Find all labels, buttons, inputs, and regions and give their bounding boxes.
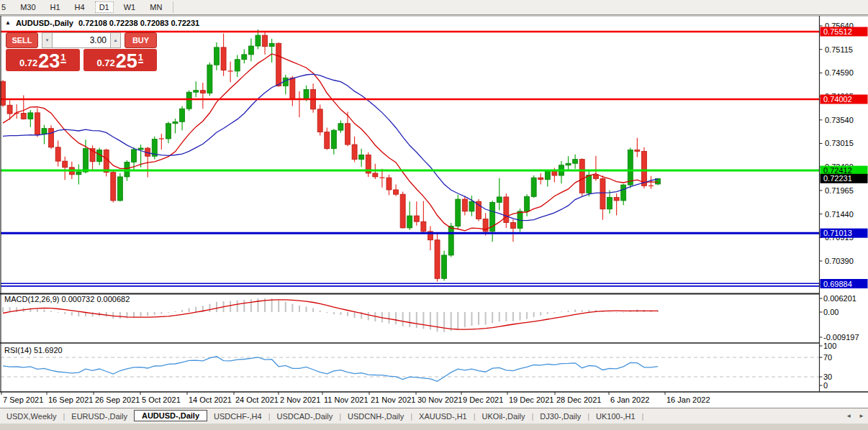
svg-text:0.73540: 0.73540 xyxy=(825,116,854,124)
svg-text:0.72412: 0.72412 xyxy=(823,166,852,175)
svg-text:0: 0 xyxy=(823,381,828,390)
sell-price-big: 23 xyxy=(38,52,60,70)
buy-price-pip: 1 xyxy=(138,53,143,63)
toolbar-separator xyxy=(173,1,173,13)
chart-title: AUDUSD-,Daily xyxy=(16,19,73,27)
timeframe-button-d1[interactable]: D1 xyxy=(95,1,114,13)
buy-price-button[interactable]: 0.72 25 1 xyxy=(83,49,158,71)
one-click-trading-panel: SELL ▼ ▲ BUY 0.72 23 1 0.72 25 1 xyxy=(6,32,157,71)
svg-text:0.00: 0.00 xyxy=(823,308,838,316)
svg-text:0.75512: 0.75512 xyxy=(823,27,852,36)
svg-text:19 Dec 2021: 19 Dec 2021 xyxy=(509,395,553,404)
rsi-indicator-label: RSI(14) 51.6920 xyxy=(4,346,63,354)
buy-price-prefix: 0.72 xyxy=(96,58,114,68)
volume-input[interactable] xyxy=(53,32,110,48)
svg-text:2 Nov 2021: 2 Nov 2021 xyxy=(280,395,320,404)
svg-text:9 Dec 2021: 9 Dec 2021 xyxy=(463,395,503,404)
svg-text:0.74590: 0.74590 xyxy=(825,68,854,77)
svg-text:-0.009197: -0.009197 xyxy=(823,333,859,342)
svg-text:24 Oct 2021: 24 Oct 2021 xyxy=(235,395,279,404)
buy-button[interactable]: BUY xyxy=(125,32,157,48)
svg-text:16 Jan 2022: 16 Jan 2022 xyxy=(666,395,710,404)
timeframe-button-h4[interactable]: H4 xyxy=(71,1,89,13)
svg-text:0.006201: 0.006201 xyxy=(823,294,856,303)
symbol-tab-usdx-weekly[interactable]: USDX,Weekly xyxy=(0,412,63,421)
chart-window: 0.756400.751150.745900.740650.735400.730… xyxy=(0,15,868,408)
symbol-tabbar: USDX,Weekly|EURUSD-,DailyAUDUSD-,DailyUS… xyxy=(0,408,868,424)
symbol-tab-eurusd-daily[interactable]: EURUSD-,Daily xyxy=(65,412,134,421)
tab-scroll-arrows: ◄► xyxy=(846,413,864,419)
timeframe-toolbar: 5M30H1H4D1W1MN xyxy=(0,0,868,15)
volume-stepper: ▼ ▲ xyxy=(42,32,121,48)
svg-text:5 Oct 2021: 5 Oct 2021 xyxy=(142,395,181,404)
symbol-tab-usdchf-h4[interactable]: USDCHF-,H4 xyxy=(207,412,268,421)
buy-price-big: 25 xyxy=(116,52,137,70)
symbol-tab-usdcad-daily[interactable]: USDCAD-,Daily xyxy=(271,412,340,421)
svg-text:0.69884: 0.69884 xyxy=(823,280,852,288)
sell-price-button[interactable]: 0.72 23 1 xyxy=(6,49,80,71)
sell-price-prefix: 0.72 xyxy=(19,58,37,68)
svg-text:0.74002: 0.74002 xyxy=(823,95,852,104)
svg-text:30: 30 xyxy=(823,372,832,381)
timeframe-button-5[interactable]: 5 xyxy=(0,1,10,13)
timeframe-button-h1[interactable]: H1 xyxy=(46,1,65,13)
svg-text:70: 70 xyxy=(823,353,832,362)
tab-separator: | xyxy=(642,412,644,421)
sell-button[interactable]: SELL xyxy=(6,32,38,48)
timeframe-button-mn[interactable]: MN xyxy=(145,1,166,13)
svg-text:0.70390: 0.70390 xyxy=(825,257,854,265)
tab-scroll-left-icon[interactable]: ◄ xyxy=(846,413,851,419)
symbol-tab-uk100-h1[interactable]: UK100-,H1 xyxy=(589,412,641,421)
chart-title-row: ▲ AUDUSD-,Daily 0.72108 0.72238 0.72083 … xyxy=(5,19,199,27)
symbol-tab-xauusd-h1[interactable]: XAUUSD-,H1 xyxy=(412,412,474,421)
svg-text:0.75115: 0.75115 xyxy=(825,45,853,54)
svg-text:100: 100 xyxy=(823,342,836,350)
symbol-tab-usdcnh-daily[interactable]: USDCNH-,Daily xyxy=(341,412,410,421)
svg-text:0.71013: 0.71013 xyxy=(823,229,852,237)
symbol-tab-ukoil-daily[interactable]: UKOil-,Daily xyxy=(476,412,532,421)
svg-text:0.71440: 0.71440 xyxy=(825,210,854,219)
status-strip xyxy=(0,424,868,430)
timeframe-button-m30[interactable]: M30 xyxy=(16,1,40,13)
svg-text:0.73015: 0.73015 xyxy=(825,139,854,147)
timeframe-button-w1[interactable]: W1 xyxy=(119,1,140,13)
svg-text:0.72231: 0.72231 xyxy=(823,174,852,183)
symbol-tab-dj30-daily[interactable]: DJ30-,Daily xyxy=(533,412,587,421)
macd-indicator-label: MACD(12,26,9) 0.000732 0.000682 xyxy=(4,295,130,303)
svg-text:26 Sep 2021: 26 Sep 2021 xyxy=(95,395,140,404)
symbol-tab-audusd-daily[interactable]: AUDUSD-,Daily xyxy=(134,410,207,421)
svg-text:14 Oct 2021: 14 Oct 2021 xyxy=(189,395,232,404)
price-axis[interactable]: 0.756400.751150.745900.740650.735400.730… xyxy=(820,16,868,392)
svg-text:21 Nov 2021: 21 Nov 2021 xyxy=(371,395,415,404)
svg-text:6 Jan 2022: 6 Jan 2022 xyxy=(610,395,649,404)
tab-scroll-right-icon[interactable]: ► xyxy=(859,413,864,419)
svg-text:16 Sep 2021: 16 Sep 2021 xyxy=(48,395,93,404)
sell-price-pip: 1 xyxy=(60,53,65,63)
svg-text:11 Nov 2021: 11 Nov 2021 xyxy=(324,395,369,404)
volume-increase-button[interactable]: ▲ xyxy=(110,32,121,48)
svg-text:0.71965: 0.71965 xyxy=(825,186,854,195)
collapse-panel-icon[interactable]: ▲ xyxy=(5,19,11,27)
svg-text:7 Sep 2021: 7 Sep 2021 xyxy=(3,395,43,404)
volume-decrease-button[interactable]: ▼ xyxy=(42,32,53,48)
price-chart[interactable]: 0.756400.751150.745900.740650.735400.730… xyxy=(0,15,868,408)
svg-text:28 Dec 2021: 28 Dec 2021 xyxy=(556,395,601,404)
chart-ohlc-values: 0.72108 0.72238 0.72083 0.72231 xyxy=(78,19,199,27)
svg-text:30 Nov 2021: 30 Nov 2021 xyxy=(417,395,462,404)
